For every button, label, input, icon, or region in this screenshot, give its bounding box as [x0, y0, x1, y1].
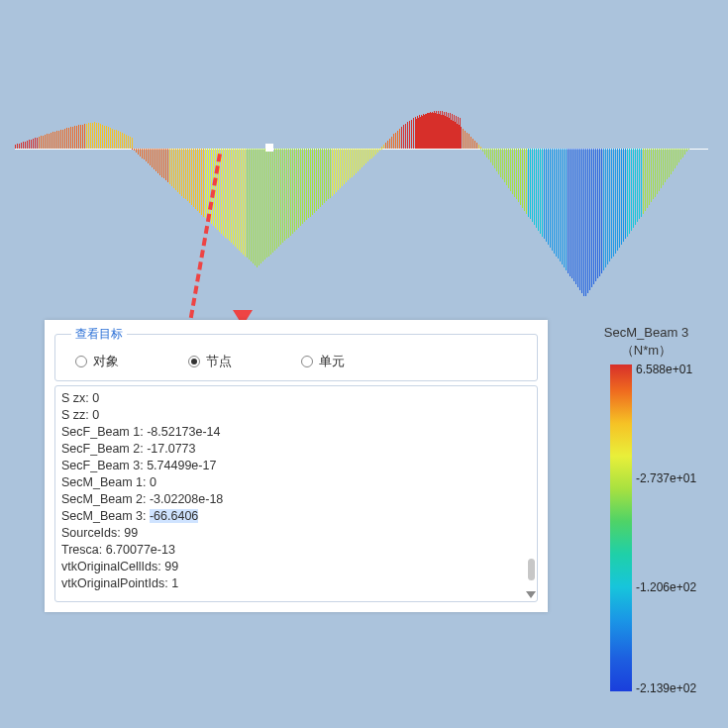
list-item: SecF_Beam 1: -8.52173e-14	[61, 424, 531, 441]
list-item: S zx: 0	[61, 390, 531, 407]
colorbar	[610, 364, 632, 691]
inspect-panel: 查看目标 对象 节点 单元 S zx: 0 S zz: 0 SecF_Beam …	[45, 320, 548, 612]
chevron-down-icon[interactable]	[526, 591, 536, 598]
list-item: SecF_Beam 3: 5.74499e-17	[61, 458, 531, 474]
beam-diagram	[15, 129, 708, 307]
radio-element[interactable]: 单元	[301, 353, 345, 370]
result-listbox[interactable]: S zx: 0 S zz: 0 SecF_Beam 1: -8.52173e-1…	[54, 385, 538, 602]
scrollbar[interactable]	[527, 390, 535, 597]
list-item: vtkOriginalCellIds: 99	[61, 559, 531, 575]
scrollbar-thumb[interactable]	[528, 559, 535, 580]
radio-icon	[188, 356, 200, 367]
list-item-highlight: SecM_Beam 3: -66.6406	[61, 508, 531, 525]
probe-marker[interactable]	[265, 144, 273, 152]
highlighted-value: -66.6406	[150, 509, 198, 523]
list-item: Tresca: 6.70077e-13	[61, 542, 531, 559]
tick-label: 6.588e+01	[636, 363, 692, 376]
target-group: 查看目标 对象 节点 单元	[54, 326, 538, 381]
tick-label: -2.737e+01	[636, 471, 696, 485]
radio-node[interactable]: 节点	[188, 353, 232, 370]
radio-icon	[75, 356, 87, 367]
list-item: SecM_Beam 1: 0	[61, 474, 531, 491]
radio-label: 对象	[93, 353, 119, 370]
list-item: vtkOriginalPointIds: 1	[61, 575, 531, 592]
list-item: SecM_Beam 2: -3.02208e-18	[61, 491, 531, 508]
radio-label: 单元	[319, 353, 345, 370]
tick-label: -2.139e+02	[636, 681, 696, 695]
tick-label: -1.206e+02	[636, 580, 696, 594]
list-item: SecF_Beam 2: -17.0773	[61, 441, 531, 458]
radio-label: 节点	[206, 353, 232, 370]
legend-title-line2: （N*m）	[574, 343, 718, 359]
radio-object[interactable]: 对象	[75, 353, 119, 370]
radio-icon	[301, 356, 313, 367]
list-item: SourceIds: 99	[61, 525, 531, 542]
target-legend: 查看目标	[71, 326, 127, 343]
list-item: S zz: 0	[61, 407, 531, 424]
color-legend: SecM_Beam 3 （N*m） 6.588e+01 -2.737e+01 -…	[574, 325, 718, 701]
legend-title-line1: SecM_Beam 3	[574, 325, 718, 341]
